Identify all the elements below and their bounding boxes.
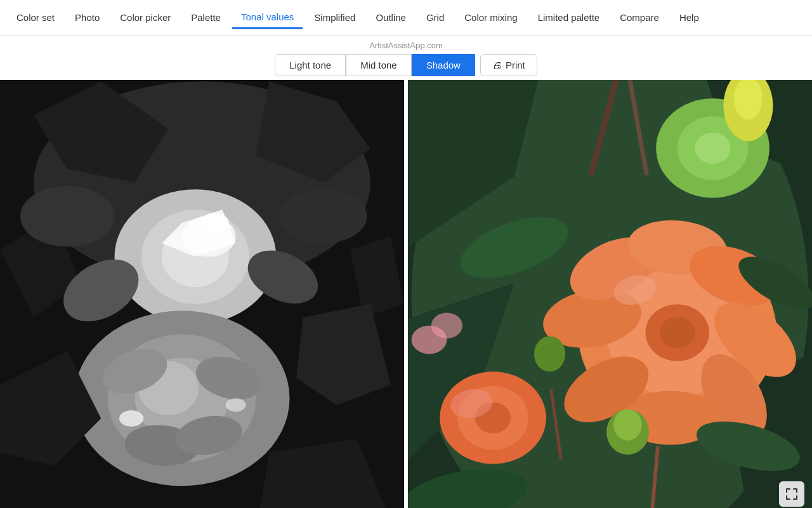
svg-point-70 (431, 313, 462, 338)
nav-item-help[interactable]: Help (671, 7, 708, 28)
nav-item-color-set[interactable]: Color set (8, 7, 63, 28)
nav-item-outline[interactable]: Outline (367, 7, 415, 28)
svg-point-28 (119, 410, 143, 426)
nav-item-palette[interactable]: Palette (182, 7, 230, 28)
svg-point-49 (660, 317, 695, 348)
tonal-svg (0, 80, 404, 508)
color-panel (408, 80, 812, 508)
subtitle-text: ArtistAssistApp.com (369, 41, 443, 50)
nav-item-simplified[interactable]: Simplified (305, 7, 364, 28)
nav-item-compare[interactable]: Compare (611, 7, 668, 28)
print-button[interactable]: 🖨Print (480, 54, 537, 76)
print-icon: 🖨 (492, 60, 502, 70)
nav-item-photo[interactable]: Photo (66, 7, 108, 28)
subtitle-bar: ArtistAssistApp.com Light toneMid toneSh… (0, 36, 812, 80)
content-area (0, 80, 812, 508)
tone-buttons: Light toneMid toneShadow🖨Print (275, 54, 537, 76)
nav-item-limited-palette[interactable]: Limited palette (529, 7, 609, 28)
tonal-panel (0, 80, 404, 508)
main-nav: Color setPhotoColor pickerPaletteTonal v… (0, 0, 812, 36)
tone-button-shadow[interactable]: Shadow (412, 54, 475, 76)
tone-button-light-tone[interactable]: Light tone (275, 54, 346, 76)
svg-point-27 (202, 213, 229, 233)
nav-item-grid[interactable]: Grid (417, 7, 453, 28)
nav-item-tonal-values[interactable]: Tonal values (232, 6, 303, 29)
nav-item-color-picker[interactable]: Color picker (111, 7, 180, 28)
svg-point-29 (226, 398, 246, 411)
svg-point-53 (695, 133, 731, 164)
svg-point-61 (613, 410, 642, 441)
fullscreen-button[interactable] (779, 481, 804, 507)
svg-point-26 (280, 189, 367, 243)
svg-point-62 (534, 336, 565, 371)
svg-point-25 (20, 186, 115, 247)
tone-button-mid-tone[interactable]: Mid tone (346, 54, 412, 76)
nav-item-color-mixing[interactable]: Color mixing (455, 7, 526, 28)
print-label: Print (506, 60, 525, 70)
fullscreen-icon (785, 488, 798, 500)
color-svg (408, 80, 812, 508)
